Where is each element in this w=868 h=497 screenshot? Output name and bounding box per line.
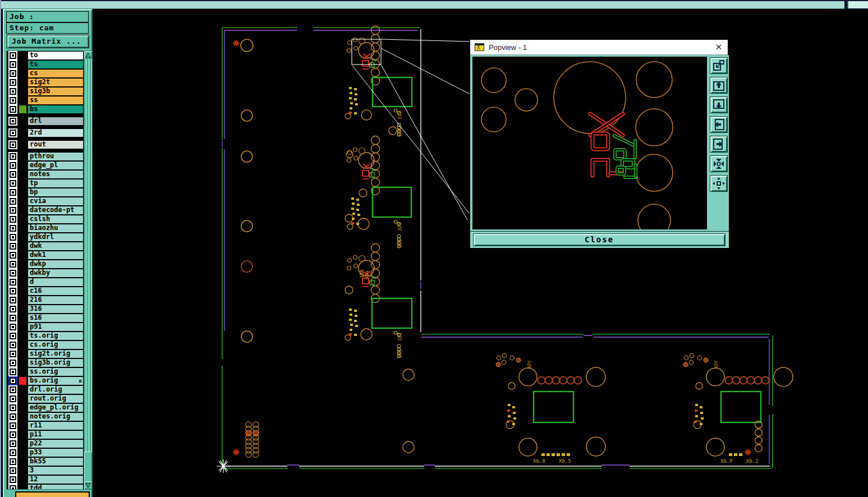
popview-app-icon <box>475 43 484 51</box>
svg-text:XPH: XPH <box>365 270 370 279</box>
popview-holes <box>481 62 673 229</box>
bottom-cluster-right <box>683 353 793 456</box>
pcb-canvas[interactable]: EPX XPH XPY XPJ EPX XPJ XBN XPH XPY XPY … <box>0 0 868 497</box>
fiducial-star <box>233 40 240 455</box>
popout-window-button[interactable] <box>710 57 728 74</box>
zoom-center-icon <box>712 157 725 171</box>
ring-grid <box>246 422 259 458</box>
pan-left-icon <box>712 118 725 131</box>
svg-text:XPJ: XPJ <box>398 240 403 247</box>
popview-green-net <box>614 136 636 177</box>
connector-cluster <box>347 26 380 303</box>
popview-body <box>470 55 729 231</box>
zoom-expand-icon <box>712 177 725 190</box>
svg-text:EPX: EPX <box>398 332 403 340</box>
drill-holes-left-column <box>241 39 253 342</box>
svg-text:Xb.P: Xb.P <box>720 458 733 464</box>
popview-close-bar: Close <box>470 231 729 248</box>
via-groups <box>394 109 401 358</box>
pan-up-icon <box>712 79 725 92</box>
popview-close-button[interactable]: Close <box>473 233 725 246</box>
svg-text:XPJ: XPJ <box>398 349 403 357</box>
popout-window-icon <box>712 59 725 72</box>
svg-text:XPY: XPY <box>398 222 403 231</box>
zoom-center-button[interactable] <box>710 155 728 172</box>
popview-window: Popview - 1 ✕ <box>470 39 728 247</box>
svg-text:Xb.5: Xb.5 <box>559 458 571 464</box>
popview-title-bar[interactable]: Popview - 1 ✕ <box>470 40 728 55</box>
svg-text:EPX: EPX <box>398 111 403 119</box>
pan-down-button[interactable] <box>710 96 728 113</box>
svg-text:XPY: XPY <box>714 360 719 369</box>
popview-title: Popview - 1 <box>489 43 527 52</box>
svg-text:Xb.8: Xb.8 <box>533 458 545 464</box>
origin-marker <box>217 459 230 473</box>
svg-text:XPY: XPY <box>527 360 532 369</box>
popview-close-x[interactable]: ✕ <box>713 42 724 53</box>
svg-text:Xb.2: Xb.2 <box>746 458 759 464</box>
smd-pad-cluster <box>345 87 360 340</box>
svg-text:XPH: XPH <box>398 128 403 136</box>
zoom-expand-button[interactable] <box>710 175 728 192</box>
cam-application-window: EPX XPH XPY XPJ EPX XPJ XBN XPH XPY XPY … <box>0 0 868 497</box>
pan-up-button[interactable] <box>710 77 728 94</box>
bottom-cluster-left <box>496 353 605 456</box>
pan-right-button[interactable] <box>710 136 728 153</box>
popview-toolbar <box>708 55 729 231</box>
component-outline <box>372 77 412 328</box>
pan-down-icon <box>712 98 725 112</box>
popview-canvas[interactable] <box>472 57 707 229</box>
pan-right-icon <box>712 137 725 151</box>
svg-text:XBN: XBN <box>360 269 365 278</box>
pan-left-button[interactable] <box>710 116 728 133</box>
